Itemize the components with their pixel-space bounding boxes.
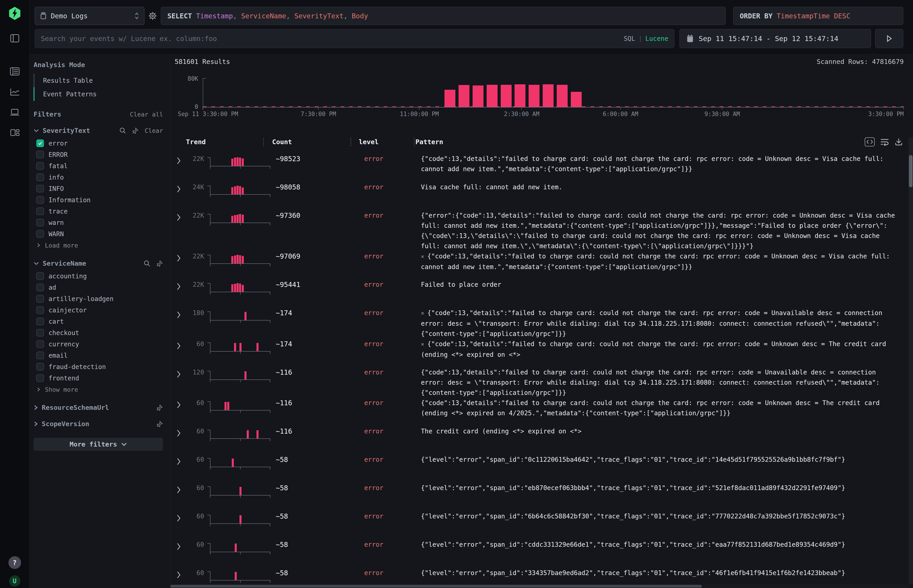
pattern-cell[interactable]: ×{"code":13,"details":"failed to charge … xyxy=(421,154,902,174)
histogram-bar[interactable] xyxy=(571,92,582,107)
filter-option[interactable]: email xyxy=(34,350,163,361)
filter-option[interactable]: Information xyxy=(34,194,163,205)
service-title[interactable]: ServiceName xyxy=(43,260,86,267)
pattern-cell[interactable]: ×{"level":"error","span_id":"eb870ecef06… xyxy=(421,483,902,493)
row-expander-icon[interactable] xyxy=(176,570,181,579)
pattern-cell[interactable]: ×{"code":13,"details":"failed to charge … xyxy=(421,398,902,418)
filter-checkbox[interactable] xyxy=(36,185,44,192)
filter-checkbox[interactable] xyxy=(36,207,44,215)
order-by-editor[interactable]: ORDER BY TimestampTime DESC xyxy=(733,7,903,25)
clear-all-button[interactable]: Clear all xyxy=(130,111,163,118)
filter-option[interactable]: warn xyxy=(34,217,163,228)
filter-checkbox[interactable] xyxy=(36,352,44,359)
table-row[interactable]: 22K ~95441 error ×Failed to place order xyxy=(175,279,904,308)
column-resize-handle[interactable] xyxy=(350,138,351,146)
table-row[interactable]: 180 ~174 error ×{"code":13,"details":"fa… xyxy=(175,308,904,339)
histogram-bar[interactable] xyxy=(557,85,568,107)
table-row[interactable]: 24K ~98058 error ×Visa cache full: canno… xyxy=(175,182,904,210)
filter-option[interactable]: ad xyxy=(34,282,163,293)
filter-option[interactable]: fraud-detection xyxy=(34,361,163,372)
pattern-cell[interactable]: ×{"level":"error","span_id":"334357bae9e… xyxy=(421,568,902,578)
pattern-cell[interactable]: ×Failed to place order xyxy=(421,279,902,290)
sessions-icon[interactable] xyxy=(0,102,29,123)
dashboards-icon[interactable] xyxy=(0,123,29,143)
filter-checkbox[interactable] xyxy=(36,162,44,170)
filter-option[interactable]: fatal xyxy=(34,160,163,171)
filter-checkbox[interactable] xyxy=(36,340,44,348)
mode-lucene-toggle[interactable]: Lucene xyxy=(646,35,668,42)
filter-option[interactable]: cainjector xyxy=(34,304,163,316)
filter-option[interactable]: ERROR xyxy=(34,149,163,160)
select-query-editor[interactable]: SELECT Timestamp, ServiceName, SeverityT… xyxy=(161,7,726,25)
row-expander-icon[interactable] xyxy=(176,185,181,193)
histogram-bar[interactable] xyxy=(487,85,497,107)
row-expander-icon[interactable] xyxy=(176,254,181,262)
pattern-cell[interactable]: ×{"error":{"code":13,"details":"failed t… xyxy=(421,210,902,251)
column-header-count[interactable]: Count xyxy=(265,137,352,147)
filter-checkbox[interactable] xyxy=(36,139,44,147)
scope-version-section[interactable]: ScopeVersion xyxy=(34,420,163,428)
pattern-cell[interactable]: ×{"level":"error","span_id":"cddc331329e… xyxy=(421,540,902,550)
row-expander-icon[interactable] xyxy=(176,310,181,319)
pattern-cell[interactable]: ×{"level":"error","span_id":"0c11220615b… xyxy=(421,454,902,465)
table-row[interactable]: 60 ~58 error ×{"level":"error","span_id"… xyxy=(175,483,904,511)
pattern-cell[interactable]: ×{"level":"error","span_id":"6b64c6c5884… xyxy=(421,511,902,521)
load-more-button[interactable]: Load more xyxy=(36,240,163,251)
run-query-button[interactable] xyxy=(875,29,903,48)
pattern-cell[interactable]: ×{"code":13,"details":"failed to charge … xyxy=(421,251,902,272)
pin-icon[interactable] xyxy=(156,404,163,411)
filter-checkbox[interactable] xyxy=(36,363,44,371)
row-expander-icon[interactable] xyxy=(176,457,181,466)
table-row[interactable]: 120 ~116 error ×{"code":13,"details":"fa… xyxy=(175,367,904,398)
pattern-cell[interactable]: ×Visa cache full: cannot add new item. xyxy=(421,182,902,192)
filter-option[interactable]: accounting xyxy=(34,270,163,282)
hyperdx-logo[interactable] xyxy=(8,6,21,20)
table-row[interactable]: 60 ~58 error ×{"level":"error","span_id"… xyxy=(175,511,904,540)
histogram-bar[interactable] xyxy=(458,85,469,107)
filter-checkbox[interactable] xyxy=(36,173,44,181)
row-expander-icon[interactable] xyxy=(176,401,181,409)
table-row[interactable]: 60 ~58 error ×{"level":"error","span_id"… xyxy=(175,568,904,585)
table-row[interactable]: 60 ~116 error ×{"code":13,"details":"fai… xyxy=(175,398,904,426)
logs-search-icon[interactable] xyxy=(0,61,29,82)
column-header-level[interactable]: level xyxy=(352,137,416,147)
filter-option[interactable]: currency xyxy=(34,338,163,350)
column-header-trend[interactable]: Trend xyxy=(175,137,265,147)
filter-option[interactable]: WARN xyxy=(34,228,163,240)
row-expander-icon[interactable] xyxy=(176,542,181,551)
chevron-down-icon[interactable] xyxy=(34,129,39,132)
filter-checkbox[interactable] xyxy=(36,219,44,226)
row-expander-icon[interactable] xyxy=(176,282,181,291)
source-select[interactable]: Demo Logs xyxy=(35,7,144,25)
row-expander-icon[interactable] xyxy=(176,213,181,222)
filter-option[interactable]: artillery-loadgen xyxy=(34,293,163,304)
filter-checkbox[interactable] xyxy=(36,284,44,291)
row-expander-icon[interactable] xyxy=(176,157,181,165)
histogram-bar[interactable] xyxy=(501,85,512,107)
filter-checkbox[interactable] xyxy=(36,329,44,337)
table-row[interactable]: 60 ~58 error ×{"level":"error","span_id"… xyxy=(175,454,904,483)
filter-checkbox[interactable] xyxy=(36,151,44,158)
chevron-down-icon[interactable] xyxy=(34,262,39,265)
mode-sql-toggle[interactable]: SQL xyxy=(624,35,635,42)
search-icon[interactable] xyxy=(144,260,151,267)
show-more-button[interactable]: Show more xyxy=(36,384,163,395)
horizontal-scrollbar[interactable] xyxy=(170,585,908,588)
severity-clear-button[interactable]: Clear xyxy=(145,127,163,134)
filter-option[interactable]: error xyxy=(34,137,163,149)
table-row[interactable]: 60 ~174 error ×{"code":13,"details":"fai… xyxy=(175,339,904,367)
pattern-cell[interactable]: ×{"code":13,"details":"failed to charge … xyxy=(421,339,902,360)
search-input[interactable]: Search your events w/ Lucene ex. column:… xyxy=(35,29,674,48)
filter-option[interactable]: info xyxy=(34,171,163,183)
horizontal-scrollbar-thumb[interactable] xyxy=(170,585,702,588)
row-expander-icon[interactable] xyxy=(176,429,181,438)
histogram-bar[interactable] xyxy=(445,90,455,107)
filter-option[interactable]: frontend xyxy=(34,372,163,384)
vertical-scrollbar-thumb[interactable] xyxy=(909,155,913,187)
time-range-picker[interactable]: Sep 11 15:47:14 - Sep 12 15:47:14 xyxy=(680,29,871,48)
filter-option[interactable]: INFO xyxy=(34,183,163,194)
analysis-mode-results-table[interactable]: Results Table xyxy=(34,74,163,87)
chart-explorer-icon[interactable] xyxy=(0,82,29,102)
column-resize-handle[interactable] xyxy=(263,138,264,146)
row-expander-icon[interactable] xyxy=(176,370,181,378)
